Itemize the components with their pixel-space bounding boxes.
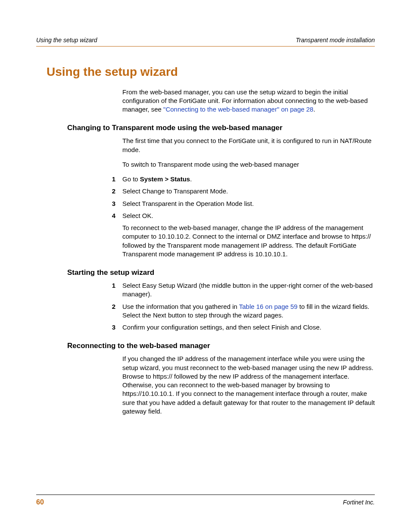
page-title: Using the setup wizard xyxy=(47,64,375,80)
sectionA-p1: The first time that you connect to the F… xyxy=(122,137,375,154)
intro-text-2: . xyxy=(313,106,315,113)
step-number: 2 xyxy=(36,187,122,196)
step-text: Select OK. xyxy=(122,212,375,220)
step-text: Select Easy Setup Wizard (the middle but… xyxy=(122,281,375,299)
header-right: Transparent mode installation xyxy=(296,36,375,44)
header-left: Using the setup wizard xyxy=(36,36,97,44)
step-text: Go to System > Status. xyxy=(122,175,375,184)
step-number: 3 xyxy=(36,323,122,332)
step-text-post: . xyxy=(190,175,192,183)
step-text: Select Change to Transparent Mode. xyxy=(122,187,375,196)
step-row: 4 Select OK. xyxy=(36,212,375,220)
step-number: 4 xyxy=(36,212,122,220)
step-text: Confirm your configuration settings, and… xyxy=(122,323,375,332)
step-row: 1 Go to System > Status. xyxy=(36,175,375,184)
heading-starting-wizard: Starting the setup wizard xyxy=(67,268,375,278)
intro-paragraph: From the web-based manager, you can use … xyxy=(122,88,375,114)
link-table-16[interactable]: Table 16 on page 59 xyxy=(239,303,298,310)
step-row: 3 Confirm your configuration settings, a… xyxy=(36,323,375,332)
heading-changing-transparent: Changing to Transparent mode using the w… xyxy=(67,123,375,133)
step-text-pre: Go to xyxy=(122,175,140,183)
step-text: Select Transparent in the Operation Mode… xyxy=(122,199,375,208)
heading-reconnecting: Reconnecting to the web-based manager xyxy=(67,341,375,351)
footer-rule xyxy=(36,495,375,495)
step-row: 2 Select Change to Transparent Mode. xyxy=(36,187,375,196)
running-header: Using the setup wizard Transparent mode … xyxy=(36,36,375,44)
step-text-pre: Use the information that you gathered in xyxy=(122,303,239,310)
step-row: 3 Select Transparent in the Operation Mo… xyxy=(36,199,375,208)
page-footer: 60 Fortinet Inc. xyxy=(36,495,375,507)
step-number: 2 xyxy=(36,302,122,320)
sectionA-p3: To reconnect to the web-based manager, c… xyxy=(122,224,375,258)
step-text: Use the information that you gathered in… xyxy=(122,302,375,320)
footer-row: 60 Fortinet Inc. xyxy=(36,498,375,507)
step-number: 3 xyxy=(36,199,122,208)
step-text-bold: System > Status xyxy=(140,175,190,183)
footer-company: Fortinet Inc. xyxy=(343,498,375,507)
step-number: 1 xyxy=(36,175,122,184)
step-row: 1 Select Easy Setup Wizard (the middle b… xyxy=(36,281,375,299)
page-number: 60 xyxy=(36,498,44,507)
sectionA-p2: To switch to Transparent mode using the … xyxy=(122,160,375,169)
step-number: 1 xyxy=(36,281,122,299)
sectionC-p1: If you changed the IP address of the man… xyxy=(122,355,375,416)
link-connecting-manager[interactable]: "Connecting to the web-based manager" on… xyxy=(163,106,313,113)
header-rule xyxy=(36,46,375,47)
page: Using the setup wizard Transparent mode … xyxy=(0,0,411,532)
step-row: 2 Use the information that you gathered … xyxy=(36,302,375,320)
